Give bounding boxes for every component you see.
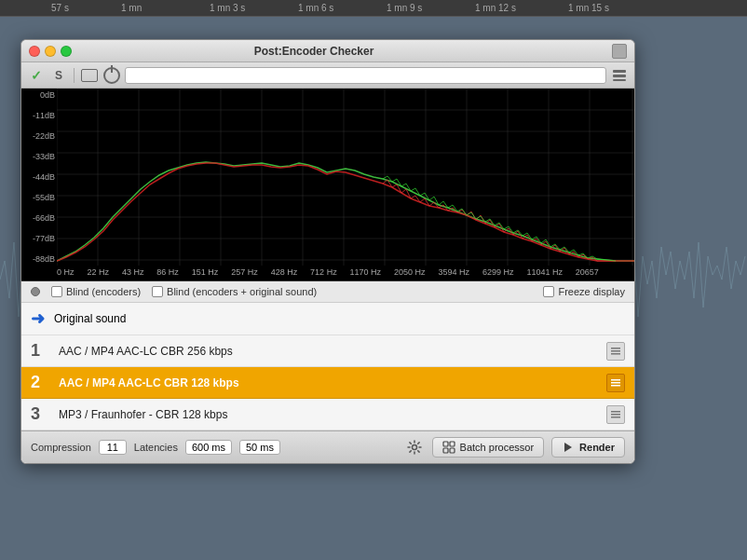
blind-encoders-checkbox[interactable] — [51, 286, 62, 297]
svg-rect-35 — [611, 417, 620, 418]
encoder-settings-icon-1[interactable] — [606, 342, 625, 361]
y-label-55db: -55dB — [23, 193, 55, 202]
encoder-number-2: 2 — [31, 373, 49, 392]
x-label-20657: 20657 — [576, 267, 599, 277]
svg-point-36 — [412, 445, 416, 450]
x-label-3594hz: 3594 Hz — [438, 267, 469, 277]
y-label-0db: 0dB — [23, 90, 55, 100]
svg-rect-33 — [611, 411, 620, 413]
y-label-33db: -33dB — [23, 152, 55, 161]
ruler-tick-3: 1 mn 3 s — [210, 3, 245, 13]
svg-rect-31 — [611, 382, 620, 384]
render-label: Render — [579, 442, 615, 453]
original-sound-row[interactable]: ➜ Original sound — [21, 303, 634, 335]
spectrum-svg — [57, 89, 634, 266]
x-label-428hz: 428 Hz — [271, 267, 298, 277]
title-bar-icon — [612, 44, 627, 59]
latency1-value: 600 ms — [185, 440, 232, 455]
encoder-row-2[interactable]: 2 AAC / MP4 AAC-LC CBR 128 kbps — [21, 367, 634, 399]
search-input[interactable] — [125, 67, 606, 84]
ruler-tick-5: 1 mn 9 s — [387, 3, 422, 13]
timeline-ruler: 57 s 1 mn 1 mn 3 s 1 mn 6 s 1 mn 9 s 1 m… — [0, 0, 747, 17]
latency2-value: 50 ms — [239, 440, 280, 455]
y-label-77db: -77dB — [23, 234, 55, 243]
x-axis-labels: 0 Hz 22 Hz 43 Hz 86 Hz 151 Hz 257 Hz 428… — [21, 266, 634, 281]
x-label-151hz: 151 Hz — [192, 267, 219, 277]
blind-encoders-label[interactable]: Blind (encoders) — [51, 286, 141, 297]
blind-original-text: Blind (encoders + original sound) — [167, 286, 317, 297]
x-label-0hz: 0 Hz — [57, 267, 75, 277]
save-button[interactable]: S — [49, 66, 68, 85]
y-label-11db: -11dB — [23, 111, 55, 120]
encoder-row-3[interactable]: 3 MP3 / Fraunhofer - CBR 128 kbps — [21, 399, 634, 430]
freeze-display-checkbox[interactable] — [543, 286, 554, 297]
power-icon — [103, 67, 120, 84]
x-label-257hz: 257 Hz — [231, 267, 258, 277]
encoder-name-2: AAC / MP4 AAC-LC CBR 128 kbps — [59, 376, 597, 389]
svg-rect-37 — [443, 442, 448, 446]
y-label-44db: -44dB — [23, 172, 55, 182]
x-label-22hz: 22 Hz — [87, 267, 109, 277]
x-label-2050hz: 2050 Hz — [394, 267, 426, 277]
main-window: Post:Encoder Checker ✓ S — [20, 39, 635, 464]
encoder-number-1: 1 — [31, 341, 49, 361]
batch-processor-button[interactable]: Batch processor — [432, 437, 544, 458]
ruler-tick-1: 57 s — [51, 3, 69, 13]
spectrum-container: 0dB -11dB -22dB -33dB -44dB -55dB -66dB … — [21, 89, 634, 281]
checkmark-icon: ✓ — [31, 68, 42, 83]
ruler-tick-2: 1 mn — [121, 3, 142, 13]
toolbar: ✓ S — [21, 62, 634, 89]
save-icon: S — [55, 69, 62, 82]
svg-rect-0 — [613, 70, 626, 73]
x-label-11041hz: 11041 Hz — [526, 267, 563, 277]
original-arrow-icon: ➜ — [31, 308, 45, 329]
batch-icon — [442, 441, 455, 454]
svg-rect-29 — [611, 353, 620, 355]
ruler-tick-7: 1 mn 15 s — [568, 3, 609, 13]
render-icon — [562, 441, 575, 454]
settings-gear-icon[interactable] — [404, 437, 425, 458]
blind-encoders-text: Blind (encoders) — [66, 286, 141, 297]
blind-original-label[interactable]: Blind (encoders + original sound) — [152, 286, 317, 297]
y-label-88db: -88dB — [23, 254, 55, 264]
x-label-712hz: 712 Hz — [310, 267, 337, 277]
toolbar-icon-right — [610, 66, 629, 85]
freeze-display-text: Freeze display — [558, 286, 625, 297]
svg-rect-39 — [443, 448, 448, 453]
power-button[interactable] — [102, 66, 121, 85]
blind-original-checkbox[interactable] — [152, 286, 163, 297]
encoder-settings-icon-2[interactable] — [606, 374, 625, 392]
svg-rect-38 — [450, 442, 455, 446]
x-label-43hz: 43 Hz — [122, 267, 144, 277]
encoder-list: ➜ Original sound 1 AAC / MP4 AAC-LC CBR … — [21, 303, 634, 430]
ruler-tick-6: 1 mn 12 s — [475, 3, 516, 13]
encoder-row-1[interactable]: 1 AAC / MP4 AAC-LC CBR 256 kbps — [21, 335, 634, 367]
svg-rect-32 — [611, 385, 620, 387]
render-button[interactable]: Render — [551, 437, 625, 458]
spectrum-display: 0dB -11dB -22dB -33dB -44dB -55dB -66dB … — [21, 89, 634, 266]
svg-rect-30 — [611, 379, 620, 381]
svg-rect-27 — [611, 348, 620, 349]
svg-rect-28 — [611, 350, 620, 352]
led-indicator — [31, 287, 40, 296]
svg-rect-1 — [613, 75, 626, 77]
x-label-6299hz: 6299 Hz — [482, 267, 514, 277]
freeze-display-label[interactable]: Freeze display — [543, 286, 625, 297]
encoder-name-1: AAC / MP4 AAC-LC CBR 256 kbps — [59, 345, 597, 358]
toolbar-separator-1 — [74, 68, 75, 83]
encoder-name-3: MP3 / Fraunhofer - CBR 128 kbps — [59, 408, 597, 421]
x-label-1170hz: 1170 Hz — [350, 267, 382, 277]
x-label-86hz: 86 Hz — [156, 267, 179, 277]
checkmark-button[interactable]: ✓ — [27, 66, 46, 85]
title-bar: Post:Encoder Checker — [21, 40, 634, 62]
encoder-settings-icon-3[interactable] — [606, 405, 625, 424]
svg-rect-34 — [611, 414, 620, 416]
compression-label: Compression — [31, 442, 91, 453]
controls-bar: Blind (encoders) Blind (encoders + origi… — [21, 281, 634, 303]
batch-processor-label: Batch processor — [460, 442, 534, 453]
box-button[interactable] — [80, 66, 99, 85]
ruler-tick-4: 1 mn 6 s — [298, 3, 333, 13]
box-icon — [81, 69, 98, 82]
encoder-number-3: 3 — [31, 404, 49, 424]
y-label-66db: -66dB — [23, 213, 55, 223]
